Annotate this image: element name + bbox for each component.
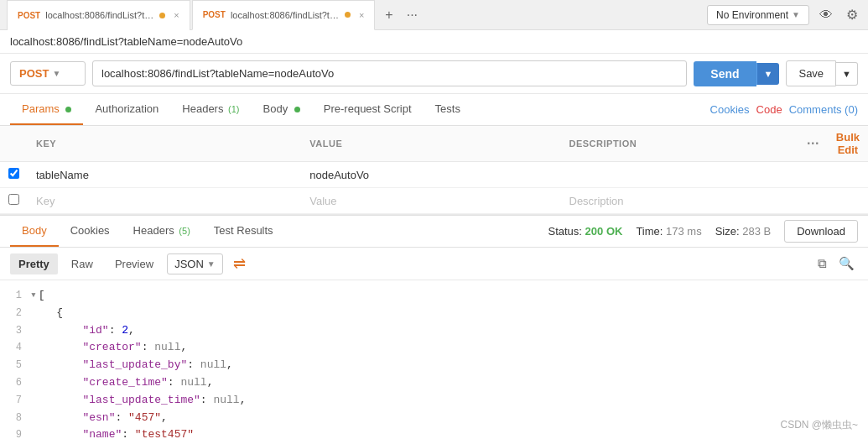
row2-description[interactable]: Description — [561, 188, 798, 214]
row2-key[interactable]: Key — [28, 188, 301, 214]
row1-description[interactable] — [561, 162, 798, 188]
toggle-icon[interactable]: ▾ — [30, 289, 37, 301]
code-line: 7 "last_update_time": null, — [0, 392, 868, 410]
row1-checkbox-cell — [0, 162, 28, 188]
code-line: 1 ▾[ — [0, 287, 868, 305]
more-tabs-button[interactable]: ··· — [402, 6, 423, 24]
format-select[interactable]: JSON ▼ — [167, 253, 223, 274]
tab1-url: localhost:8086/findList?tableNa — [45, 10, 154, 20]
tab-authorization[interactable]: Authorization — [83, 94, 170, 125]
body-tab-preview[interactable]: Preview — [107, 253, 162, 274]
row1-extra — [828, 162, 868, 188]
url-breadcrumb: localhost:8086/findList?tableName=nodeAu… — [10, 35, 242, 48]
col-description: DESCRIPTION — [561, 126, 798, 162]
send-dropdown[interactable]: ▼ — [756, 63, 780, 85]
col-bulk: Bulk Edit — [828, 126, 868, 162]
code-line: 5 "last_update_by": null, — [0, 357, 868, 374]
params-dot — [65, 107, 71, 112]
code-line: 3 "id": 2, — [0, 322, 868, 340]
send-button[interactable]: Send — [694, 61, 756, 86]
row2-value[interactable]: Value — [301, 188, 560, 214]
body-tab-pretty[interactable]: Pretty — [10, 253, 58, 274]
code-line: 4 "creator": null, — [0, 339, 868, 357]
tab-pre-request[interactable]: Pre-request Script — [312, 94, 424, 125]
param-tabs: Params Authorization Headers (1) Body Pr… — [0, 94, 868, 126]
env-select[interactable]: No Environment ▼ — [707, 5, 809, 25]
response-status: Status: 200 OK Time: 173 ms Size: 283 B … — [548, 220, 859, 243]
more-icon: ··· — [807, 136, 819, 150]
col-value: VALUE — [301, 126, 560, 162]
code-line: 6 "create_time": null, — [0, 374, 868, 392]
env-chevron: ▼ — [792, 10, 800, 19]
resp-tab-body[interactable]: Body — [10, 216, 59, 247]
tab1-method: POST — [18, 11, 40, 20]
resp-tab-test-results[interactable]: Test Results — [202, 216, 285, 247]
row2-checkbox[interactable] — [8, 194, 19, 205]
code-link[interactable]: Code — [756, 103, 782, 116]
status-ok: 200 OK — [585, 225, 623, 238]
tab-1[interactable]: POST localhost:8086/findList?tableNa × — [7, 0, 190, 30]
method-label: POST — [19, 67, 49, 80]
bulk-edit-button[interactable]: Bulk Edit — [836, 131, 860, 156]
gear-icon-btn[interactable]: ⚙ — [843, 3, 861, 26]
eye-icon-btn[interactable]: 👁 — [816, 4, 836, 26]
response-tabs-bar: Body Cookies Headers (5) Test Results St… — [0, 216, 868, 248]
resp-tab-cookies[interactable]: Cookies — [59, 216, 122, 247]
col-more: ··· — [798, 126, 828, 162]
tab2-url: localhost:8086/findList?tableNa — [231, 10, 340, 20]
cookies-link[interactable]: Cookies — [710, 103, 750, 116]
request-bar: POST ▼ Send ▼ Save ▼ — [0, 54, 868, 94]
tab2-close[interactable]: × — [359, 10, 364, 20]
body-actions: ⧉ 🔍 — [814, 253, 858, 274]
body-tab-raw[interactable]: Raw — [63, 253, 101, 274]
response-section: Body Cookies Headers (5) Test Results St… — [0, 215, 868, 439]
tab-actions: + ··· — [380, 6, 423, 24]
tab2-dot — [345, 12, 351, 18]
new-tab-button[interactable]: + — [380, 6, 398, 24]
env-label: No Environment — [716, 9, 788, 21]
save-btn-group: Save ▼ — [786, 60, 858, 86]
table-row: Key Value Description — [0, 188, 868, 214]
row1-key[interactable]: tableName — [28, 162, 301, 188]
tab-headers[interactable]: Headers (1) — [170, 94, 251, 125]
method-chevron: ▼ — [52, 69, 60, 78]
row1-value[interactable]: nodeAutoVo — [301, 162, 560, 188]
row1-more — [798, 162, 828, 188]
url-breadcrumb-bar: localhost:8086/findList?tableName=nodeAu… — [0, 30, 868, 54]
body-dot — [294, 107, 300, 112]
wrap-icon-button[interactable]: ⇌ — [228, 253, 251, 274]
watermark: CSDN @懒虫虫~ — [780, 418, 858, 432]
tab2-method: POST — [203, 10, 226, 19]
copy-icon-button[interactable]: ⧉ — [814, 253, 830, 274]
row2-checkbox-cell — [0, 188, 28, 214]
params-table: KEY VALUE DESCRIPTION ··· Bulk Edit tabl… — [0, 126, 868, 215]
search-icon-button[interactable]: 🔍 — [835, 253, 858, 274]
resp-tab-headers[interactable]: Headers (5) — [122, 216, 202, 247]
format-label: JSON — [174, 258, 204, 270]
tab-body[interactable]: Body — [252, 94, 312, 125]
env-bar: No Environment ▼ 👁 ⚙ — [707, 3, 861, 26]
status-time: 173 ms — [666, 225, 702, 238]
body-format-bar: Pretty Raw Preview JSON ▼ ⇌ ⧉ 🔍 — [0, 248, 868, 280]
row1-checkbox[interactable] — [8, 168, 19, 179]
table-row: tableName nodeAutoVo — [0, 162, 868, 188]
tab-params[interactable]: Params — [10, 94, 83, 125]
save-button[interactable]: Save — [786, 60, 836, 86]
code-line: 2 { — [0, 305, 868, 322]
tab1-dot — [159, 13, 165, 18]
tab-2[interactable]: POST localhost:8086/findList?tableNa × — [192, 0, 376, 30]
row2-more — [798, 188, 828, 214]
tab1-close[interactable]: × — [174, 10, 179, 20]
tab-tests[interactable]: Tests — [424, 94, 472, 125]
url-input[interactable] — [92, 60, 687, 86]
save-dropdown[interactable]: ▼ — [836, 62, 858, 86]
tab-bar: POST localhost:8086/findList?tableNa × P… — [0, 0, 868, 30]
code-line: 8 "esn": "457", — [0, 410, 868, 427]
status-size: 283 B — [742, 225, 771, 238]
send-btn-group: Send ▼ — [694, 61, 779, 86]
comments-link[interactable]: Comments (0) — [789, 103, 858, 116]
code-line: 9 "name": "test457" — [0, 426, 868, 439]
method-select[interactable]: POST ▼ — [10, 61, 86, 86]
format-chevron: ▼ — [207, 259, 216, 269]
download-button[interactable]: Download — [784, 220, 858, 243]
